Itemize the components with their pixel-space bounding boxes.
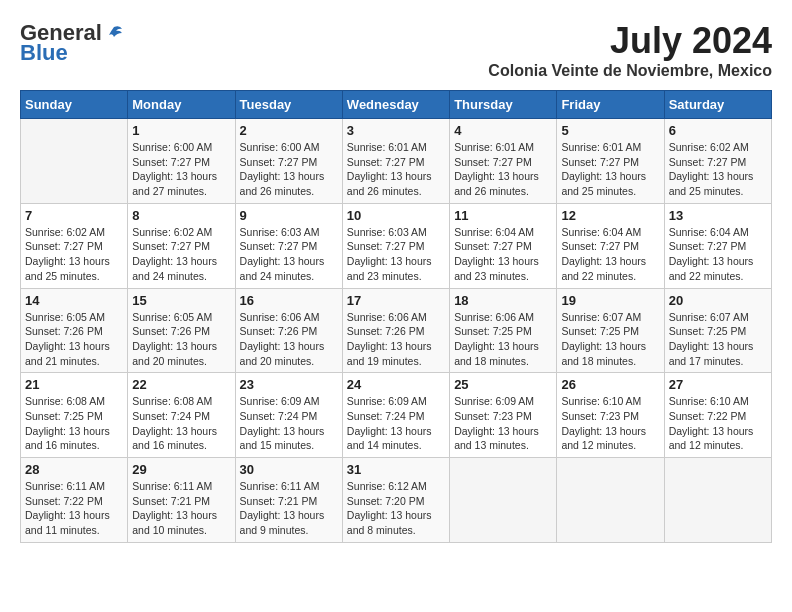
calendar-day-cell: 2Sunrise: 6:00 AMSunset: 7:27 PMDaylight… [235,119,342,204]
day-info: Sunrise: 6:02 AMSunset: 7:27 PMDaylight:… [132,225,230,284]
day-number: 10 [347,208,445,223]
month-year-title: July 2024 [488,20,772,62]
day-header-thursday: Thursday [450,91,557,119]
calendar-day-cell: 22Sunrise: 6:08 AMSunset: 7:24 PMDayligh… [128,373,235,458]
day-number: 14 [25,293,123,308]
calendar-day-cell [450,458,557,543]
calendar-day-cell: 11Sunrise: 6:04 AMSunset: 7:27 PMDayligh… [450,203,557,288]
calendar-day-cell: 4Sunrise: 6:01 AMSunset: 7:27 PMDaylight… [450,119,557,204]
calendar-day-cell: 16Sunrise: 6:06 AMSunset: 7:26 PMDayligh… [235,288,342,373]
calendar-day-cell: 20Sunrise: 6:07 AMSunset: 7:25 PMDayligh… [664,288,771,373]
calendar-day-cell [664,458,771,543]
day-info: Sunrise: 6:01 AMSunset: 7:27 PMDaylight:… [561,140,659,199]
calendar-day-cell: 3Sunrise: 6:01 AMSunset: 7:27 PMDaylight… [342,119,449,204]
day-number: 7 [25,208,123,223]
day-number: 27 [669,377,767,392]
day-number: 9 [240,208,338,223]
logo: General Blue [20,20,124,66]
day-info: Sunrise: 6:02 AMSunset: 7:27 PMDaylight:… [669,140,767,199]
logo-bird-icon [104,23,124,43]
day-info: Sunrise: 6:11 AMSunset: 7:21 PMDaylight:… [132,479,230,538]
calendar-week-row: 7Sunrise: 6:02 AMSunset: 7:27 PMDaylight… [21,203,772,288]
calendar-day-cell: 19Sunrise: 6:07 AMSunset: 7:25 PMDayligh… [557,288,664,373]
day-number: 26 [561,377,659,392]
calendar-week-row: 1Sunrise: 6:00 AMSunset: 7:27 PMDaylight… [21,119,772,204]
calendar-day-cell: 31Sunrise: 6:12 AMSunset: 7:20 PMDayligh… [342,458,449,543]
calendar-day-cell: 12Sunrise: 6:04 AMSunset: 7:27 PMDayligh… [557,203,664,288]
calendar-day-cell [557,458,664,543]
day-number: 15 [132,293,230,308]
calendar-day-cell: 15Sunrise: 6:05 AMSunset: 7:26 PMDayligh… [128,288,235,373]
day-header-sunday: Sunday [21,91,128,119]
day-number: 23 [240,377,338,392]
day-info: Sunrise: 6:00 AMSunset: 7:27 PMDaylight:… [132,140,230,199]
day-info: Sunrise: 6:07 AMSunset: 7:25 PMDaylight:… [561,310,659,369]
calendar-day-cell: 7Sunrise: 6:02 AMSunset: 7:27 PMDaylight… [21,203,128,288]
calendar-body: 1Sunrise: 6:00 AMSunset: 7:27 PMDaylight… [21,119,772,543]
day-info: Sunrise: 6:06 AMSunset: 7:26 PMDaylight:… [240,310,338,369]
calendar-table: SundayMondayTuesdayWednesdayThursdayFrid… [20,90,772,543]
calendar-day-cell: 5Sunrise: 6:01 AMSunset: 7:27 PMDaylight… [557,119,664,204]
day-number: 18 [454,293,552,308]
calendar-day-cell: 18Sunrise: 6:06 AMSunset: 7:25 PMDayligh… [450,288,557,373]
day-info: Sunrise: 6:06 AMSunset: 7:26 PMDaylight:… [347,310,445,369]
header: General Blue July 2024 Colonia Veinte de… [20,20,772,80]
day-number: 4 [454,123,552,138]
day-info: Sunrise: 6:10 AMSunset: 7:22 PMDaylight:… [669,394,767,453]
day-number: 22 [132,377,230,392]
day-number: 5 [561,123,659,138]
day-info: Sunrise: 6:02 AMSunset: 7:27 PMDaylight:… [25,225,123,284]
day-info: Sunrise: 6:12 AMSunset: 7:20 PMDaylight:… [347,479,445,538]
day-number: 31 [347,462,445,477]
calendar-day-cell: 27Sunrise: 6:10 AMSunset: 7:22 PMDayligh… [664,373,771,458]
day-header-saturday: Saturday [664,91,771,119]
calendar-day-cell: 25Sunrise: 6:09 AMSunset: 7:23 PMDayligh… [450,373,557,458]
day-info: Sunrise: 6:08 AMSunset: 7:25 PMDaylight:… [25,394,123,453]
day-number: 3 [347,123,445,138]
location-subtitle: Colonia Veinte de Noviembre, Mexico [488,62,772,80]
calendar-day-cell: 6Sunrise: 6:02 AMSunset: 7:27 PMDaylight… [664,119,771,204]
day-info: Sunrise: 6:01 AMSunset: 7:27 PMDaylight:… [454,140,552,199]
day-header-wednesday: Wednesday [342,91,449,119]
day-number: 12 [561,208,659,223]
day-number: 29 [132,462,230,477]
day-info: Sunrise: 6:04 AMSunset: 7:27 PMDaylight:… [669,225,767,284]
calendar-day-cell: 30Sunrise: 6:11 AMSunset: 7:21 PMDayligh… [235,458,342,543]
day-info: Sunrise: 6:03 AMSunset: 7:27 PMDaylight:… [347,225,445,284]
day-info: Sunrise: 6:09 AMSunset: 7:23 PMDaylight:… [454,394,552,453]
day-info: Sunrise: 6:01 AMSunset: 7:27 PMDaylight:… [347,140,445,199]
day-info: Sunrise: 6:04 AMSunset: 7:27 PMDaylight:… [454,225,552,284]
day-number: 11 [454,208,552,223]
calendar-week-row: 28Sunrise: 6:11 AMSunset: 7:22 PMDayligh… [21,458,772,543]
day-info: Sunrise: 6:05 AMSunset: 7:26 PMDaylight:… [25,310,123,369]
day-number: 21 [25,377,123,392]
day-info: Sunrise: 6:10 AMSunset: 7:23 PMDaylight:… [561,394,659,453]
calendar-day-cell: 28Sunrise: 6:11 AMSunset: 7:22 PMDayligh… [21,458,128,543]
day-number: 30 [240,462,338,477]
calendar-day-cell: 9Sunrise: 6:03 AMSunset: 7:27 PMDaylight… [235,203,342,288]
calendar-day-cell: 23Sunrise: 6:09 AMSunset: 7:24 PMDayligh… [235,373,342,458]
day-info: Sunrise: 6:09 AMSunset: 7:24 PMDaylight:… [240,394,338,453]
calendar-day-cell: 1Sunrise: 6:00 AMSunset: 7:27 PMDaylight… [128,119,235,204]
day-header-tuesday: Tuesday [235,91,342,119]
day-info: Sunrise: 6:09 AMSunset: 7:24 PMDaylight:… [347,394,445,453]
day-info: Sunrise: 6:07 AMSunset: 7:25 PMDaylight:… [669,310,767,369]
calendar-day-cell: 29Sunrise: 6:11 AMSunset: 7:21 PMDayligh… [128,458,235,543]
day-number: 19 [561,293,659,308]
title-area: July 2024 Colonia Veinte de Noviembre, M… [488,20,772,80]
day-number: 25 [454,377,552,392]
calendar-day-cell: 8Sunrise: 6:02 AMSunset: 7:27 PMDaylight… [128,203,235,288]
day-number: 16 [240,293,338,308]
day-info: Sunrise: 6:04 AMSunset: 7:27 PMDaylight:… [561,225,659,284]
calendar-day-cell: 24Sunrise: 6:09 AMSunset: 7:24 PMDayligh… [342,373,449,458]
day-info: Sunrise: 6:11 AMSunset: 7:22 PMDaylight:… [25,479,123,538]
day-number: 20 [669,293,767,308]
day-info: Sunrise: 6:08 AMSunset: 7:24 PMDaylight:… [132,394,230,453]
day-header-monday: Monday [128,91,235,119]
day-header-friday: Friday [557,91,664,119]
day-number: 28 [25,462,123,477]
logo-blue-text: Blue [20,40,68,66]
day-info: Sunrise: 6:06 AMSunset: 7:25 PMDaylight:… [454,310,552,369]
calendar-week-row: 21Sunrise: 6:08 AMSunset: 7:25 PMDayligh… [21,373,772,458]
day-number: 8 [132,208,230,223]
